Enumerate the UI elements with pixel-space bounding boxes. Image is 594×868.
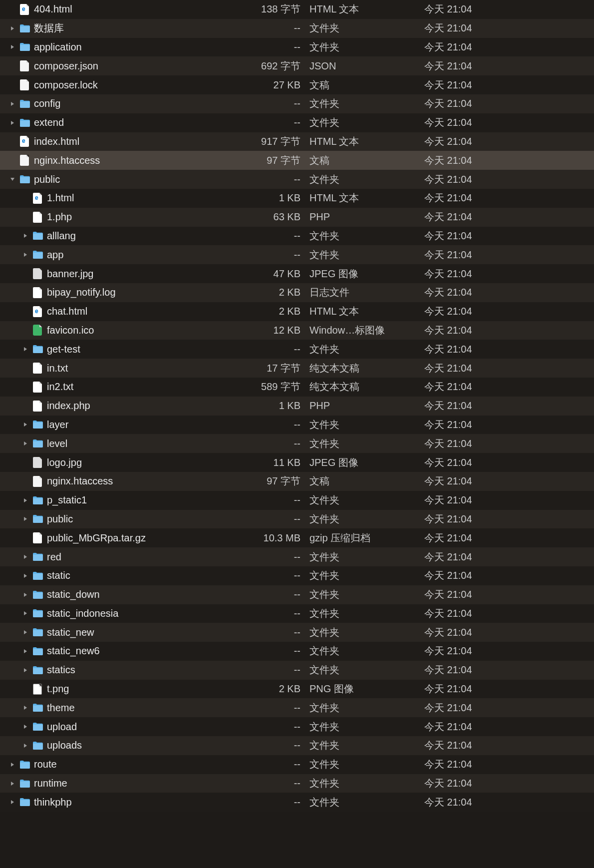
disclosure-spacer — [22, 270, 29, 277]
file-row[interactable]: favicon.ico12 KBWindow…标图像今天 21:04 — [0, 321, 594, 340]
file-kind: 文件夹 — [309, 40, 424, 54]
file-row[interactable]: banner.jpg47 KBJPEG 图像今天 21:04 — [0, 264, 594, 283]
file-name: nginx.htaccess — [34, 155, 100, 166]
txt-file-icon — [32, 363, 43, 374]
file-row[interactable]: alllang--文件夹今天 21:04 — [0, 227, 594, 246]
file-row[interactable]: get-test--文件夹今天 21:04 — [0, 340, 594, 359]
file-row[interactable]: app--文件夹今天 21:04 — [0, 245, 594, 264]
file-row[interactable]: in2.txt589 字节纯文本文稿今天 21:04 — [0, 378, 594, 397]
file-name: static_new — [47, 627, 94, 638]
file-row[interactable]: config--文件夹今天 21:04 — [0, 94, 594, 113]
disclosure-right-icon[interactable] — [9, 119, 16, 126]
file-row[interactable]: static_down--文件夹今天 21:04 — [0, 585, 594, 604]
file-row[interactable]: nginx.htaccess97 字节文稿今天 21:04 — [0, 151, 594, 170]
htaccess-file-icon — [32, 476, 43, 487]
disclosure-right-icon[interactable] — [22, 572, 29, 579]
file-row[interactable]: 1.html1 KBHTML 文本今天 21:04 — [0, 189, 594, 208]
disclosure-right-icon[interactable] — [9, 761, 16, 768]
disclosure-right-icon[interactable] — [9, 780, 16, 787]
disclosure-right-icon[interactable] — [22, 704, 29, 711]
file-size: -- — [250, 230, 309, 242]
disclosure-right-icon[interactable] — [22, 421, 29, 428]
file-row[interactable]: thinkphp--文件夹今天 21:04 — [0, 793, 594, 812]
file-size: -- — [250, 419, 309, 431]
file-row[interactable]: static_indonesia--文件夹今天 21:04 — [0, 604, 594, 623]
file-row[interactable]: static_new--文件夹今天 21:04 — [0, 623, 594, 642]
file-row[interactable]: extend--文件夹今天 21:04 — [0, 113, 594, 132]
file-row[interactable]: logo.jpg11 KBJPEG 图像今天 21:04 — [0, 453, 594, 472]
file-size: -- — [250, 344, 309, 355]
file-size: 2 KB — [250, 683, 309, 695]
file-row[interactable]: uploads--文件夹今天 21:04 — [0, 736, 594, 755]
disclosure-right-icon[interactable] — [22, 610, 29, 617]
file-date: 今天 21:04 — [424, 493, 594, 507]
disclosure-right-icon[interactable] — [9, 100, 16, 107]
disclosure-right-icon[interactable] — [22, 723, 29, 730]
file-name: red — [47, 551, 61, 563]
disclosure-right-icon[interactable] — [22, 629, 29, 636]
disclosure-spacer — [22, 534, 29, 541]
disclosure-right-icon[interactable] — [22, 742, 29, 749]
disclosure-spacer — [9, 157, 16, 164]
file-kind: 文件夹 — [309, 343, 424, 356]
file-row[interactable]: red--文件夹今天 21:04 — [0, 547, 594, 566]
file-row[interactable]: application--文件夹今天 21:04 — [0, 38, 594, 57]
disclosure-right-icon[interactable] — [22, 667, 29, 674]
disclosure-right-icon[interactable] — [9, 25, 16, 32]
disclosure-right-icon[interactable] — [9, 43, 16, 50]
file-row[interactable]: runtime--文件夹今天 21:04 — [0, 774, 594, 793]
disclosure-right-icon[interactable] — [22, 440, 29, 447]
disclosure-right-icon[interactable] — [9, 799, 16, 806]
file-row[interactable]: t.png2 KBPNG 图像今天 21:04 — [0, 680, 594, 699]
file-row[interactable]: layer--文件夹今天 21:04 — [0, 416, 594, 434]
file-date: 今天 21:04 — [424, 229, 594, 243]
file-name: composer.json — [34, 60, 98, 72]
file-kind: 文件夹 — [309, 229, 424, 243]
file-row[interactable]: route--文件夹今天 21:04 — [0, 755, 594, 774]
file-size: -- — [250, 740, 309, 751]
file-row[interactable]: 数据库--文件夹今天 21:04 — [0, 19, 594, 38]
file-row[interactable]: public--文件夹今天 21:04 — [0, 170, 594, 189]
disclosure-right-icon[interactable] — [22, 591, 29, 598]
file-row[interactable]: p_static1--文件夹今天 21:04 — [0, 491, 594, 510]
file-row[interactable]: static_new6--文件夹今天 21:04 — [0, 642, 594, 661]
file-row[interactable]: static--文件夹今天 21:04 — [0, 566, 594, 585]
file-size: -- — [250, 759, 309, 770]
file-row[interactable]: index.php1 KBPHP今天 21:04 — [0, 397, 594, 416]
disclosure-right-icon[interactable] — [22, 232, 29, 239]
file-size: -- — [250, 589, 309, 600]
disclosure-right-icon[interactable] — [22, 515, 29, 522]
file-row[interactable]: bipay_notify.log2 KB日志文件今天 21:04 — [0, 283, 594, 302]
disclosure-right-icon[interactable] — [22, 251, 29, 258]
file-size: 589 字节 — [250, 380, 309, 394]
file-row[interactable]: composer.lock27 KB文稿今天 21:04 — [0, 75, 594, 94]
file-row[interactable]: chat.html2 KBHTML 文本今天 21:04 — [0, 302, 594, 321]
file-row[interactable]: index.html917 字节HTML 文本今天 21:04 — [0, 132, 594, 151]
file-row[interactable]: nginx.htaccess97 字节文稿今天 21:04 — [0, 472, 594, 491]
file-size: -- — [250, 174, 309, 185]
file-row[interactable]: level--文件夹今天 21:04 — [0, 434, 594, 453]
file-row[interactable]: 1.php63 KBPHP今天 21:04 — [0, 208, 594, 227]
folder-icon — [32, 495, 43, 506]
file-row[interactable]: composer.json692 字节JSON今天 21:04 — [0, 56, 594, 75]
disclosure-down-icon[interactable] — [9, 176, 16, 183]
file-row[interactable]: in.txt17 字节纯文本文稿今天 21:04 — [0, 359, 594, 378]
disclosure-right-icon[interactable] — [22, 648, 29, 655]
file-size: 97 字节 — [250, 474, 309, 488]
disclosure-spacer — [22, 478, 29, 485]
file-name: in2.txt — [47, 381, 73, 393]
file-name: 404.html — [34, 3, 72, 15]
disclosure-right-icon[interactable] — [22, 553, 29, 560]
file-size: -- — [250, 664, 309, 676]
file-row[interactable]: public--文件夹今天 21:04 — [0, 510, 594, 529]
disclosure-right-icon[interactable] — [22, 346, 29, 353]
file-row[interactable]: public_MbGRpa.tar.gz10.3 MBgzip 压缩归档今天 2… — [0, 528, 594, 547]
file-row[interactable]: upload--文件夹今天 21:04 — [0, 717, 594, 736]
file-row[interactable]: statics--文件夹今天 21:04 — [0, 661, 594, 680]
file-kind: 文件夹 — [309, 437, 424, 450]
file-row[interactable]: 404.html138 字节HTML 文本今天 21:04 — [0, 0, 594, 19]
file-name: application — [34, 41, 82, 53]
file-row[interactable]: theme--文件夹今天 21:04 — [0, 698, 594, 717]
file-date: 今天 21:04 — [424, 626, 594, 639]
disclosure-right-icon[interactable] — [22, 497, 29, 504]
